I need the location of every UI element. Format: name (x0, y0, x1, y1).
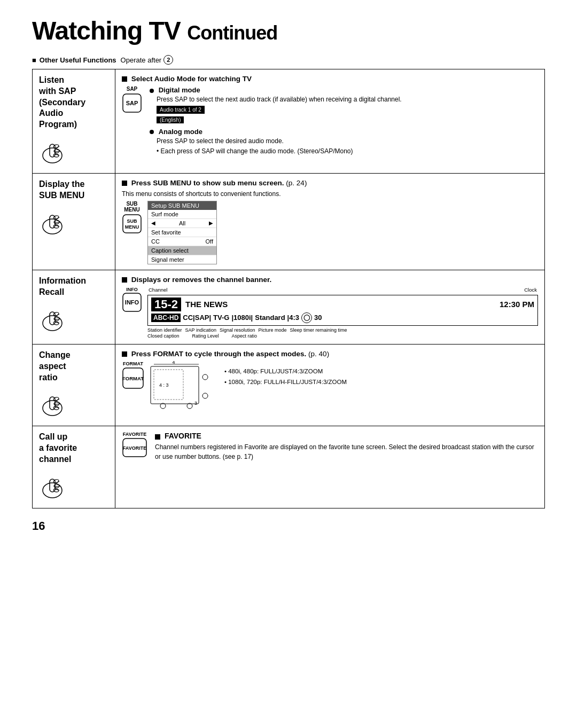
sleep-timer-label: Sleep timer remaining time (290, 327, 347, 333)
right-cell-info: Displays or removes the channel banner. … (115, 270, 545, 344)
svg-text:MENU: MENU (125, 224, 139, 230)
sap-button-col: SAP SAP (122, 86, 142, 115)
info-remote-icon (39, 304, 66, 335)
aspect-label-text: Change aspect ratio (39, 350, 71, 383)
sap-ind-label: SAP indication (185, 327, 216, 333)
svg-text:FORMAT: FORMAT (122, 375, 144, 381)
banner-mid-row: ABC-HD CC|SAP| TV-G |1080i| Standard |4:… (151, 312, 534, 323)
format-diagram: FORMAT FORMAT 4 : 3 (122, 361, 538, 409)
info-button-col: INFO INFO (122, 287, 142, 314)
left-cell-info: Information Recall (33, 270, 115, 344)
fav-remote-icon (39, 472, 66, 503)
channel-banner: 15-2 THE NEWS 12:30 PM ABC-HD CC|SAP| TV… (147, 295, 538, 326)
sap-section-header: Select Audio Mode for watching TV (122, 75, 538, 83)
right-cell-sap: Select Audio Mode for watching TV SAP SA… (115, 69, 545, 174)
submenu-diagram: SUB MENU SUB MENU Setup SUB MENU Surf mo… (122, 201, 538, 264)
aspect-ratio-diagram: 4 : 3 4 3 (150, 361, 219, 409)
sap-remote-icon (39, 137, 66, 168)
aspect-remote-icon (39, 389, 66, 420)
left-cell-sap: Listen with SAP (Secondary Audio Program… (33, 69, 115, 174)
digital-mode-block: Digital mode Press SAP to select the nex… (150, 86, 538, 123)
svg-text:3: 3 (194, 401, 197, 406)
submenu-note: This menu consists of shortcuts to conve… (122, 190, 538, 198)
subtitle-bar: ■ Other Useful Functions Operate after 2 (32, 55, 545, 65)
svg-point-47 (202, 393, 208, 398)
submenu-remote-icon (39, 208, 66, 239)
sub-button-col: SUB MENU SUB MENU (122, 201, 142, 234)
favorite-section-title: FAVORITE (155, 432, 538, 440)
svg-text:SUB: SUB (127, 218, 137, 224)
svg-text:SAP: SAP (126, 100, 138, 106)
right-cell-submenu: Press SUB MENU to show sub menu screen. … (115, 173, 545, 270)
closed-caption-label: Closed caption (147, 333, 180, 339)
page-number: 16 (32, 519, 545, 533)
svg-rect-18 (123, 215, 141, 233)
info-label-text: Information Recall (39, 276, 86, 298)
info-section-header: Displays or removes the channel banner. (122, 276, 538, 284)
table-row-submenu: Display the SUB MENU (33, 173, 545, 270)
table-row-info: Information Recall (33, 270, 545, 344)
aspect-bullets: • 480i, 480p: FULL/JUST/4:3/ZOOM • 1080i… (224, 361, 538, 387)
analog-mode-block: Analog mode Press SAP to select the desi… (150, 128, 538, 156)
svg-text:INFO: INFO (125, 299, 139, 306)
svg-text:4: 4 (172, 361, 175, 365)
rating-label: Rating Level (192, 333, 219, 339)
submenu-label-text: Display the SUB MENU (39, 179, 84, 201)
favorite-text: Channel numbers registered in Favorite a… (155, 442, 538, 461)
fav-label-text: Call up a favorite channel (39, 432, 77, 465)
submenu-section-header: Press SUB MENU to show sub menu screen. … (122, 179, 538, 187)
right-cell-favorite: FAVORITE FAVORITE FAVORITE Channel numbe… (115, 426, 545, 508)
banner-top-row: 15-2 THE NEWS 12:30 PM (151, 298, 534, 311)
signal-res-label: Signal resolution (220, 327, 255, 333)
sap-label-text: Listen with SAP (Secondary Audio Program… (39, 75, 85, 130)
station-id-label: Station identifier (147, 327, 182, 333)
page-title: Watching TV Continued (32, 16, 545, 45)
svg-text:4 : 3: 4 : 3 (159, 382, 169, 388)
fav-button-col: FAVORITE FAVORITE (122, 432, 147, 459)
svg-point-46 (202, 374, 208, 380)
sub-menu-box: Setup SUB MENU Surf mode ◀ All ▶ Set fav… (147, 201, 217, 264)
aspect-ratio-label: Aspect ratio (232, 333, 258, 339)
left-cell-favorite: Call up a favorite channel (33, 426, 115, 508)
table-row-listen-sap: Listen with SAP (Secondary Audio Program… (33, 69, 545, 174)
aspect-section-header: Press FORMAT to cycle through the aspect… (122, 350, 538, 358)
left-cell-submenu: Display the SUB MENU (33, 173, 115, 270)
table-row-aspect: Change aspect ratio (33, 344, 545, 426)
info-banner-container: Channel Clock 15-2 THE NEWS 12:30 PM (147, 287, 538, 339)
svg-rect-41 (151, 366, 199, 404)
svg-text:FAVORITE: FAVORITE (123, 445, 146, 451)
right-cell-aspect: Press FORMAT to cycle through the aspect… (115, 344, 545, 426)
table-row-favorite: Call up a favorite channel (33, 426, 545, 508)
picture-mode-label: Picture mode (258, 327, 286, 333)
left-cell-aspect: Change aspect ratio (33, 344, 115, 426)
main-table: Listen with SAP (Secondary Audio Program… (32, 69, 545, 508)
